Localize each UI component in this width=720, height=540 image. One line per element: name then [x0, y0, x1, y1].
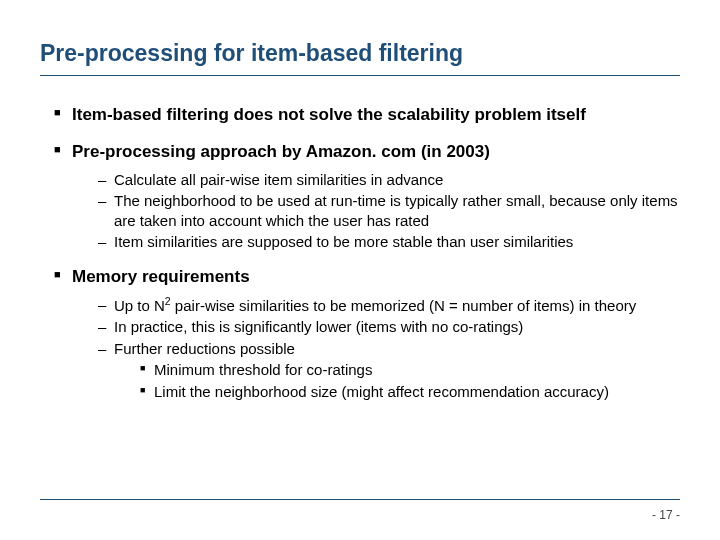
list-item: In practice, this is significantly lower… — [98, 317, 680, 337]
bullet-text: Item-based filtering does not solve the … — [72, 104, 680, 127]
list-item: Up to N2 pair-wise similarities to be me… — [98, 295, 680, 316]
sub-list: Calculate all pair-wise item similaritie… — [72, 170, 680, 252]
list-item: Minimum threshold for co-ratings — [140, 360, 680, 380]
bullet-text: Memory requirements — [72, 266, 680, 289]
list-item: The neighborhood to be used at run-time … — [98, 191, 680, 230]
page-number: - 17 - — [652, 508, 680, 522]
slide-title: Pre-processing for item-based filtering — [40, 40, 680, 67]
footer-divider — [40, 499, 680, 500]
list-item: Limit the neighborhood size (might affec… — [140, 382, 680, 402]
list-item: Memory requirements Up to N2 pair-wise s… — [58, 266, 680, 401]
bullet-text: Pre-processing approach by Amazon. com (… — [72, 141, 680, 164]
title-divider — [40, 75, 680, 76]
text-fragment: pair-wise similarities to be memorized (… — [171, 297, 637, 314]
bullet-list: Item-based filtering does not solve the … — [40, 104, 680, 401]
list-item: Calculate all pair-wise item similaritie… — [98, 170, 680, 190]
list-item: Item-based filtering does not solve the … — [58, 104, 680, 127]
slide: Pre-processing for item-based filtering … — [0, 0, 720, 540]
list-item: Further reductions possible Minimum thre… — [98, 339, 680, 402]
list-item: Pre-processing approach by Amazon. com (… — [58, 141, 680, 252]
sub-sub-list: Minimum threshold for co-ratings Limit t… — [114, 360, 680, 401]
sub-list: Up to N2 pair-wise similarities to be me… — [72, 295, 680, 402]
list-item: Item similarities are supposed to be mor… — [98, 232, 680, 252]
text-fragment: Up to N — [114, 297, 165, 314]
text-fragment: Further reductions possible — [114, 340, 295, 357]
